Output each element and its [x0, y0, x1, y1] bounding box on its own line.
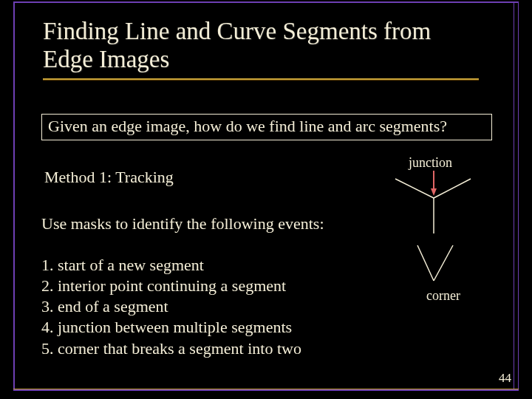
corner-ray-left: [417, 245, 434, 281]
list-item: 3. end of a segment: [41, 296, 301, 317]
junction-ray-left: [395, 179, 434, 198]
frame-left: [13, 1, 15, 391]
question-box: Given an edge image, how do we find line…: [41, 114, 492, 140]
use-masks-text: Use masks to identify the following even…: [41, 214, 324, 233]
title-underline: [43, 78, 479, 81]
list-item: 4. junction between multiple segments: [41, 317, 301, 338]
list-item: 5. corner that breaks a segment into two: [41, 338, 301, 359]
corner-ray-right: [434, 245, 453, 281]
list-item: 1. start of a new segment: [41, 255, 301, 276]
list-item: 2. interior point continuing a segment: [41, 276, 301, 296]
frame-right-inner: [518, 1, 519, 391]
junction-ray-right: [434, 179, 471, 198]
method-heading: Method 1: Tracking: [44, 168, 174, 187]
frame-right-outer: [514, 1, 514, 391]
event-list: 1. start of a new segment 2. interior po…: [41, 255, 301, 359]
page-number: 44: [499, 371, 511, 386]
slide: Finding Line and Curve Segments from Edg…: [0, 0, 532, 399]
frame-accent: [13, 389, 519, 389]
frame-top: [13, 1, 519, 3]
junction-arrow-head: [431, 188, 437, 196]
segments-diagram: [373, 152, 514, 315]
slide-title: Finding Line and Curve Segments from Edg…: [43, 18, 486, 74]
frame-bottom: [13, 389, 519, 391]
title-area: Finding Line and Curve Segments from Edg…: [43, 18, 486, 81]
